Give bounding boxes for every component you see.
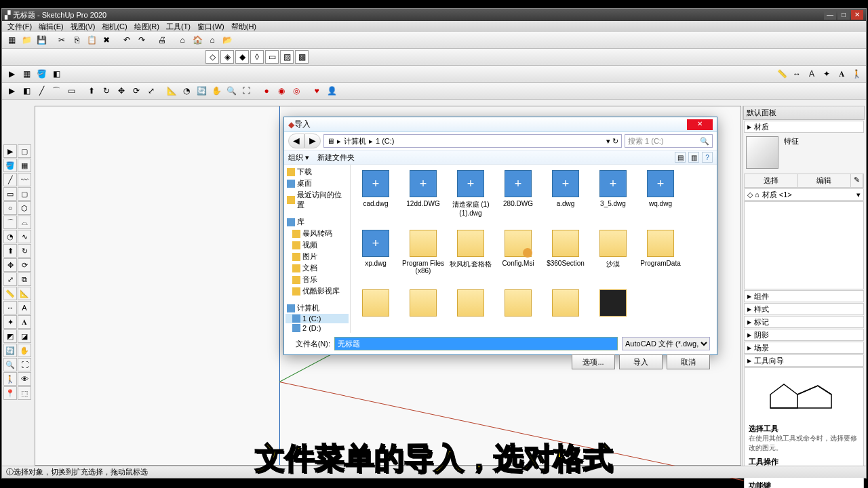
new-icon[interactable]: ▦ [5, 33, 18, 47]
undo-icon[interactable]: ↶ [120, 33, 134, 47]
axes-icon[interactable]: ✦ [820, 67, 833, 81]
measure-icon[interactable]: 📏 [775, 67, 789, 81]
lt-sand-icon[interactable]: ◪ [18, 329, 31, 343]
menu-help[interactable]: 帮助(H) [229, 21, 259, 32]
filename-input[interactable] [334, 337, 618, 350]
lt-poly-icon[interactable]: ⬡ [18, 201, 31, 215]
cancel-button[interactable]: 取消 [667, 354, 710, 369]
file-item[interactable]: 3_5.dwg [589, 169, 637, 228]
lt-walk-icon[interactable]: 🚶 [3, 372, 17, 386]
select-icon[interactable]: ▶ [5, 67, 18, 81]
rotate-icon[interactable]: ⟳ [130, 84, 143, 98]
lt-extra-icon[interactable]: ⬚ [18, 386, 31, 400]
open-icon[interactable]: 📁 [20, 33, 33, 47]
lt-tape-icon[interactable]: 📏 [3, 287, 17, 300]
lt-move-icon[interactable]: ✥ [3, 258, 17, 272]
folder-item[interactable]: $360Section [542, 228, 589, 288]
zoom-icon[interactable]: 🔍 [224, 84, 238, 98]
organize-menu[interactable]: 组织 ▾ [288, 152, 309, 163]
3dtext-icon[interactable]: 𝐀 [835, 67, 848, 81]
file-item[interactable]: xp.dwg [352, 228, 399, 288]
options-button[interactable]: 选项... [572, 354, 615, 369]
close-button[interactable]: ✕ [851, 10, 863, 20]
help-button[interactable]: ? [702, 152, 713, 163]
search-input[interactable]: 搜索 1 (C:)🔍 [625, 134, 713, 148]
lt-3dt-icon[interactable]: 𝐀 [18, 315, 31, 329]
tree-downloads[interactable]: 下载 [285, 166, 349, 178]
menu-camera[interactable]: 相机(C) [99, 21, 130, 32]
folder-item[interactable] [447, 288, 494, 333]
lt-follow-icon[interactable]: ↻ [18, 244, 31, 258]
component-icon[interactable]: ▦ [20, 67, 33, 81]
new-folder-button[interactable]: 新建文件夹 [317, 152, 355, 163]
follow-icon[interactable]: ↻ [100, 84, 113, 98]
lt-push-icon[interactable]: ⬆ [3, 244, 17, 258]
lt-text-icon[interactable]: A [18, 301, 31, 314]
maximize-button[interactable]: □ [837, 10, 850, 20]
lt-circle-icon[interactable]: ○ [3, 201, 17, 215]
file-item[interactable]: 12dd.DWG [399, 169, 447, 228]
lt-arc2-icon[interactable]: ⌓ [18, 216, 31, 229]
red2-icon[interactable]: ◉ [275, 84, 288, 98]
lt-pie-icon[interactable]: ◔ [3, 230, 17, 243]
tree-lib-1[interactable]: 视频 [285, 239, 349, 251]
lt-axes-icon[interactable]: ✦ [3, 315, 17, 329]
tape-icon[interactable]: 📐 [165, 84, 178, 98]
lt-arc-icon[interactable]: ⌒ [3, 216, 17, 229]
sec-instructor[interactable]: 工具向导 [744, 354, 864, 367]
menu-edit[interactable]: 编辑(E) [36, 21, 66, 32]
tree-lib-2[interactable]: 图片 [285, 251, 349, 262]
lt-orbit-icon[interactable]: 🔄 [3, 344, 17, 357]
folder-item[interactable]: Config.Msi [494, 228, 542, 288]
menu-window[interactable]: 窗口(W) [195, 21, 227, 32]
walk-icon[interactable]: 🚶 [850, 67, 863, 81]
file-grid[interactable]: cad.dwg 12dd.DWG 清造家庭 (1)(1).dwg 280.DWG… [351, 165, 717, 333]
paste-icon[interactable]: 📋 [85, 33, 98, 47]
lt-pan-icon[interactable]: ✋ [18, 344, 31, 357]
tree-recent[interactable]: 最近访问的位置 [285, 189, 349, 211]
back-button[interactable]: ◄ [288, 134, 304, 148]
text-icon[interactable]: A [805, 67, 818, 81]
style-tex-icon[interactable]: ▨ [280, 50, 294, 64]
tree-libraries[interactable]: 库 [285, 216, 349, 228]
lt-comp-icon[interactable]: ▦ [18, 159, 31, 172]
lt-select-icon[interactable]: ▶ [3, 144, 17, 158]
copy-icon[interactable]: ⎘ [70, 33, 83, 47]
dialog-close-button[interactable]: ✕ [687, 119, 713, 130]
model-icon[interactable]: ⌂ [176, 33, 189, 47]
style-wire-icon[interactable]: ◇ [205, 50, 219, 64]
file-item[interactable]: a.dwg [542, 169, 589, 228]
lt-dim-icon[interactable]: ↔ [3, 301, 17, 314]
style-shaded-icon[interactable]: ◆ [235, 50, 249, 64]
tree-desktop[interactable]: 桌面 [285, 178, 349, 189]
tree-drive-c[interactable]: 1 (C:) [285, 314, 349, 323]
material-dropdown[interactable]: ◇ ⌂ 材质 <1>▾ [744, 188, 864, 201]
menu-file[interactable]: 文件(F) [5, 21, 35, 32]
redo-icon[interactable]: ↷ [135, 33, 149, 47]
arc-icon[interactable]: ⌒ [50, 84, 63, 98]
line-icon[interactable]: ╱ [35, 84, 48, 98]
material-swatch[interactable] [746, 136, 778, 169]
tree-drive-d[interactable]: 2 (D:) [285, 323, 349, 333]
save-icon[interactable]: 💾 [35, 33, 48, 47]
dim-icon[interactable]: ↔ [790, 67, 804, 81]
lt-bez-icon[interactable]: ∿ [18, 230, 31, 243]
lt-zext-icon[interactable]: ⛶ [18, 358, 31, 371]
orbit-icon[interactable]: 🔄 [195, 84, 208, 98]
menu-tools[interactable]: 工具(T) [163, 21, 193, 32]
tree-lib-5[interactable]: 优酷影视库 [285, 285, 349, 297]
red1-icon[interactable]: ● [260, 84, 273, 98]
sec-scenes[interactable]: 场景 [744, 342, 864, 354]
menubar[interactable]: 文件(F) 编辑(E) 视图(V) 相机(C) 绘图(R) 工具(T) 窗口(W… [2, 21, 866, 32]
eraser-icon[interactable]: ◧ [50, 67, 63, 81]
select2-icon[interactable]: ▶ [5, 84, 18, 98]
sec-styles[interactable]: 样式 [744, 303, 864, 315]
user-icon[interactable]: 👤 [325, 84, 338, 98]
sec-tags[interactable]: 标记 [744, 316, 864, 328]
tree-lib-0[interactable]: 暴风转码 [285, 228, 349, 239]
folder-item[interactable]: 沙漠 [589, 228, 637, 288]
lt-box-icon[interactable]: ▢ [18, 144, 31, 158]
paint-icon[interactable]: 🪣 [35, 67, 48, 81]
lt-offset-icon[interactable]: ⧉ [18, 272, 31, 286]
view-mode-button[interactable]: ▤ [675, 152, 686, 163]
